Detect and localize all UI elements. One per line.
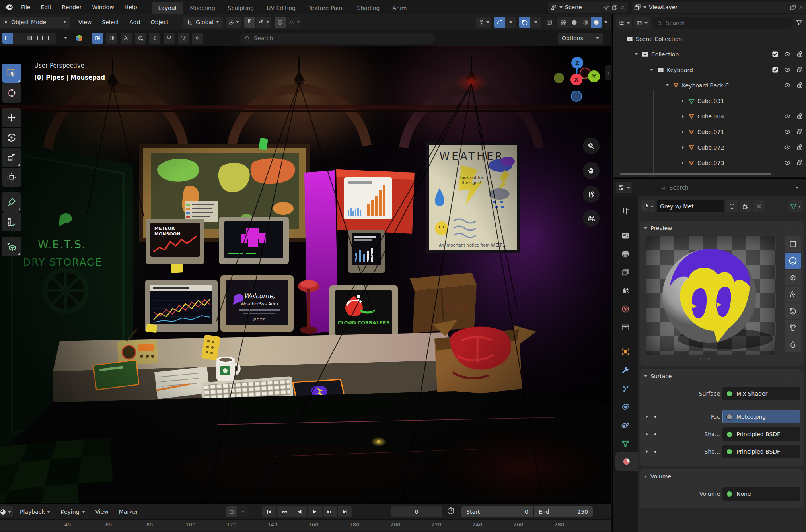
outliner-row[interactable]: Cube.004 <box>613 109 806 124</box>
socket-value-button[interactable]: Principled BSDF <box>722 427 800 441</box>
workspace-tab-modeling[interactable]: Modeling <box>183 2 222 14</box>
axis-z-neg[interactable] <box>571 91 582 101</box>
outliner-filter-icon[interactable] <box>796 19 803 27</box>
outliner-item-label[interactable]: Cube.031 <box>697 98 724 104</box>
blender-logo-icon[interactable] <box>4 4 14 11</box>
snap-target-button[interactable] <box>256 17 271 28</box>
remove-viewlayer-icon[interactable] <box>798 5 804 10</box>
outliner-row[interactable]: Collection <box>613 47 806 62</box>
tool-transform[interactable] <box>2 168 21 187</box>
collapse-icon[interactable] <box>644 476 647 478</box>
occlude-geometry-icon[interactable] <box>106 33 117 44</box>
tool-add-cube[interactable] <box>2 237 21 256</box>
hide-eye-icon[interactable] <box>783 144 791 151</box>
timeline-menu-view[interactable]: View <box>90 504 114 519</box>
axis-y-neg[interactable] <box>554 73 564 83</box>
material-browse-button[interactable] <box>641 200 655 212</box>
timeline-menu-marker[interactable]: Marker <box>114 504 143 519</box>
material-name-field[interactable]: Grey w/ Met... <box>657 200 724 212</box>
preview-resize-grip[interactable]: ::::: <box>700 356 711 361</box>
timeline-menu-playback[interactable]: Playback <box>15 504 55 519</box>
shading-wireframe-button[interactable] <box>557 17 568 28</box>
outliner-item-label[interactable]: Cube.072 <box>697 144 724 151</box>
options-button[interactable]: Options <box>558 33 603 44</box>
viewport-menu-add[interactable]: Add <box>124 14 145 30</box>
expand-icon[interactable] <box>646 415 648 418</box>
globe-option-icon[interactable] <box>135 33 146 44</box>
outliner-row[interactable]: Keyboard Back.C <box>613 78 806 93</box>
topbar-menu-render[interactable]: Render <box>57 0 87 14</box>
preview-mode-flat[interactable] <box>785 236 801 252</box>
outliner-search-input[interactable] <box>666 20 788 26</box>
stopwatch-icon[interactable] <box>446 506 455 515</box>
expand-toggle[interactable] <box>649 69 654 71</box>
timeline-ruler[interactable]: 406080100120140160180200220240260280 <box>0 519 611 531</box>
frame-start-field[interactable]: Start0 <box>461 506 533 517</box>
select-mode-subtract[interactable] <box>24 33 35 44</box>
outliner-item-label[interactable]: Keyboard <box>667 67 693 73</box>
properties-tab-particles[interactable] <box>613 379 638 398</box>
workspace-tab-sculpting[interactable]: Sculpting <box>222 2 260 14</box>
tool-cursor[interactable] <box>2 83 21 103</box>
outliner-row[interactable]: Cube.073 <box>613 155 806 171</box>
snap-toggle[interactable] <box>244 17 255 28</box>
outliner-item-label[interactable]: Cube.004 <box>697 113 724 120</box>
outliner-display-mode[interactable] <box>616 17 632 29</box>
overlays-dropdown[interactable] <box>530 17 541 28</box>
expand-toggle[interactable] <box>680 130 685 134</box>
panel-grip[interactable]: :::: <box>791 374 800 379</box>
scene-selector[interactable]: Scene <box>548 2 628 13</box>
properties-tab-output[interactable] <box>613 245 638 263</box>
properties-tab-world[interactable] <box>613 300 638 318</box>
properties-tab-modifiers[interactable] <box>613 361 638 379</box>
navigation-gizmo[interactable]: Z Y X <box>553 54 601 103</box>
tool-annotate[interactable] <box>2 192 21 212</box>
outliner-item-label[interactable]: Cube.071 <box>697 129 724 135</box>
play-reverse-button[interactable] <box>292 506 307 517</box>
new-viewlayer-icon[interactable] <box>790 4 796 10</box>
show-overlays-toggle[interactable] <box>519 17 530 28</box>
mode-selector[interactable]: Object Mode <box>0 17 70 28</box>
panel-grip[interactable]: :::: <box>791 226 800 231</box>
play-button[interactable] <box>308 506 322 517</box>
pivot-point-button[interactable] <box>226 17 241 28</box>
mirror-option-icon[interactable] <box>192 33 203 44</box>
tool-move[interactable] <box>2 108 21 127</box>
outliner-item-label[interactable]: Keyboard Back.C <box>682 82 729 89</box>
hide-eye-icon[interactable] <box>783 159 791 166</box>
disable-render-icon[interactable] <box>796 159 804 166</box>
tool-measure[interactable] <box>2 212 21 231</box>
proportional-editing-toggle[interactable] <box>275 17 286 28</box>
socket-value-button[interactable]: Mix Shader <box>722 387 800 400</box>
properties-tab-render[interactable] <box>613 227 638 245</box>
jump-to-end-button[interactable] <box>338 506 352 517</box>
hide-eye-icon[interactable] <box>783 128 791 135</box>
auto-keying-toggle[interactable] <box>226 506 237 517</box>
collapse-icon[interactable] <box>644 227 647 229</box>
outliner-row[interactable]: Keyboard <box>613 62 806 78</box>
outliner-search[interactable] <box>652 17 793 29</box>
shading-rendered-button[interactable] <box>591 17 602 28</box>
select-mode-invert[interactable] <box>35 33 45 44</box>
viewport-menu-object[interactable]: Object <box>146 14 174 30</box>
hide-eye-icon[interactable] <box>783 82 791 89</box>
zoom-button[interactable] <box>583 138 600 154</box>
expand-toggle[interactable] <box>633 53 639 55</box>
expand-toggle[interactable] <box>664 84 670 86</box>
viewlayer-selector[interactable]: ViewLayer <box>632 2 806 13</box>
duplicate-material-button[interactable] <box>740 200 751 212</box>
preview-mode-cloth[interactable] <box>785 320 801 336</box>
workspace-tab-shading[interactable]: Shading <box>351 2 386 14</box>
proportional-falloff-button[interactable] <box>286 17 302 28</box>
unlink-scene-icon[interactable] <box>620 5 625 10</box>
attribute-icon[interactable] <box>121 33 132 44</box>
scene-name[interactable]: Scene <box>565 4 582 10</box>
properties-editor-type[interactable] <box>616 182 632 193</box>
viewlayer-name[interactable]: ViewLayer <box>649 4 678 10</box>
tool-scale[interactable] <box>2 148 21 167</box>
unlink-material-button[interactable] <box>753 200 765 212</box>
workspace-tab-anim[interactable]: Anim <box>386 2 413 14</box>
keying-set-dropdown[interactable] <box>238 506 249 517</box>
preview-mode-fluid[interactable] <box>785 336 801 352</box>
outliner-item-label[interactable]: Collection <box>651 51 679 58</box>
